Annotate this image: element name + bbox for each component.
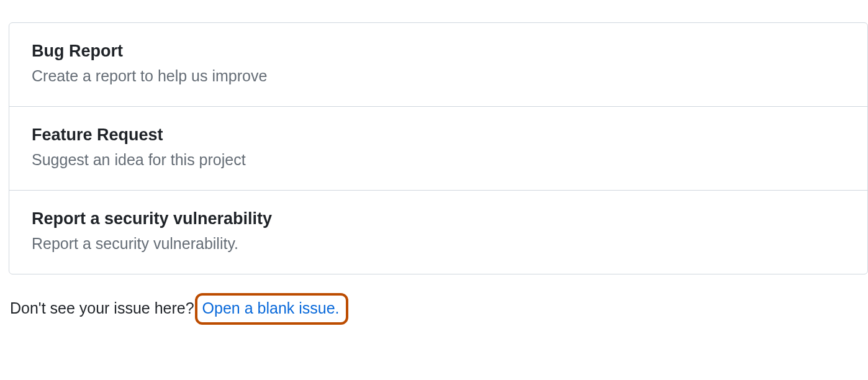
open-blank-issue-link[interactable]: Open a blank issue. bbox=[195, 293, 348, 325]
template-title: Bug Report bbox=[32, 42, 845, 61]
footer-prompt: Don't see your issue here? Open a blank … bbox=[9, 293, 868, 325]
template-item-security-vulnerability[interactable]: Report a security vulnerability Report a… bbox=[9, 191, 867, 274]
template-description: Report a security vulnerability. bbox=[32, 235, 845, 253]
template-title: Feature Request bbox=[32, 125, 845, 145]
template-item-bug-report[interactable]: Bug Report Create a report to help us im… bbox=[9, 23, 867, 107]
issue-template-list: Bug Report Create a report to help us im… bbox=[9, 22, 868, 274]
template-item-feature-request[interactable]: Feature Request Suggest an idea for this… bbox=[9, 107, 867, 191]
template-title: Report a security vulnerability bbox=[32, 209, 845, 228]
template-description: Suggest an idea for this project bbox=[32, 151, 845, 169]
template-description: Create a report to help us improve bbox=[32, 67, 845, 85]
footer-prompt-text: Don't see your issue here? bbox=[10, 299, 199, 317]
